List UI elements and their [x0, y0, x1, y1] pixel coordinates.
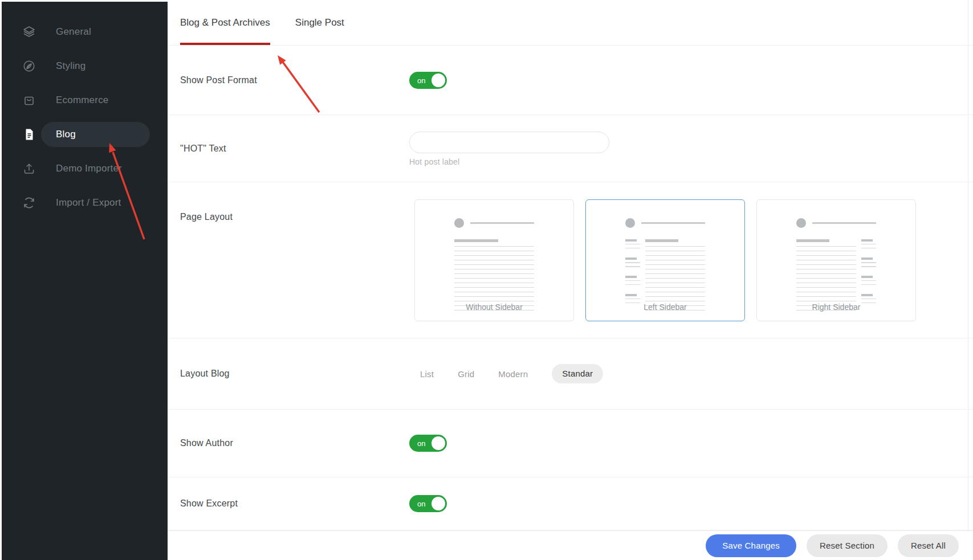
setting-control: on: [409, 72, 973, 89]
layout-card-left-sidebar[interactable]: Left Sidebar: [585, 199, 745, 321]
toggle-knob: [431, 497, 445, 510]
layers-icon: [22, 25, 36, 39]
show-excerpt-toggle[interactable]: on: [409, 495, 447, 512]
sidebar-item-label: General: [56, 26, 91, 38]
page-layout-options: Without Sidebar: [409, 182, 973, 321]
theme-options-panel: General Styling Ecommerce: [0, 0, 973, 560]
setting-row-hot-text: "HOT" Text Hot post label: [168, 115, 973, 182]
hot-text-helper: Hot post label: [409, 157, 973, 166]
setting-control: Hot post label: [409, 130, 973, 166]
avatar-dot: [796, 218, 806, 228]
setting-row-layout-blog: Layout Blog List Grid Modern Standar: [168, 338, 973, 410]
tab-label: Blog & Post Archives: [180, 17, 270, 28]
sidebar-item-general[interactable]: General: [2, 15, 168, 49]
toggle-state-label: on: [417, 500, 425, 508]
setting-label: Layout Blog: [180, 369, 409, 379]
layout-blog-option-modern[interactable]: Modern: [498, 369, 528, 379]
sidebar-item-label: Ecommerce: [56, 95, 109, 106]
toggle-knob: [431, 436, 445, 450]
layout-blog-option-grid[interactable]: Grid: [458, 369, 474, 379]
setting-row-page-layout: Page Layout: [168, 182, 973, 338]
toggle-state-label: on: [417, 439, 425, 448]
sync-icon: [22, 196, 36, 210]
setting-control: List Grid Modern Standar: [409, 364, 973, 383]
action-bar: Save Changes Reset Section Reset All: [168, 530, 973, 560]
reset-all-button[interactable]: Reset All: [898, 534, 959, 557]
layout-card-without-sidebar[interactable]: Without Sidebar: [414, 199, 574, 321]
avatar-dot: [625, 218, 635, 228]
layout-card-caption: Without Sidebar: [415, 303, 573, 312]
setting-label: Show Post Format: [180, 75, 409, 85]
sidebar-item-label: Demo Importer: [56, 163, 122, 174]
setting-row-show-excerpt: Show Excerpt on: [168, 477, 973, 530]
toggle-knob: [431, 73, 445, 87]
scrollbar-gutter: [968, 0, 968, 560]
save-changes-button[interactable]: Save Changes: [706, 534, 796, 557]
setting-control: Without Sidebar: [409, 182, 973, 338]
setting-label: Page Layout: [180, 182, 409, 338]
layout-card-right-sidebar[interactable]: Right Sidebar: [756, 199, 916, 321]
avatar-dot: [454, 218, 464, 228]
setting-label: Show Excerpt: [180, 498, 409, 509]
sidebar-item-label: Blog: [56, 129, 76, 140]
layout-card-caption: Left Sidebar: [586, 303, 744, 312]
reset-section-button[interactable]: Reset Section: [807, 534, 887, 557]
show-post-format-toggle[interactable]: on: [409, 72, 447, 89]
layout-blog-option-list[interactable]: List: [420, 369, 434, 379]
layout-blog-options: List Grid Modern Standar: [409, 364, 603, 383]
tab-blog-post-archives[interactable]: Blog & Post Archives: [180, 0, 270, 45]
sidebar-item-blog[interactable]: Blog: [2, 117, 168, 152]
section-tabs: Blog & Post Archives Single Post: [168, 0, 973, 46]
sidebar-item-ecommerce[interactable]: Ecommerce: [2, 83, 168, 117]
tab-label: Single Post: [295, 17, 344, 28]
sidebar-item-label: Styling: [56, 60, 86, 72]
layout-card-caption: Right Sidebar: [757, 303, 915, 312]
show-author-toggle[interactable]: on: [409, 435, 447, 452]
layout-blog-option-standar[interactable]: Standar: [552, 364, 603, 383]
toggle-state-label: on: [417, 76, 425, 84]
sidebar-nav: General Styling Ecommerce: [2, 2, 168, 220]
sidebar-item-import-export[interactable]: Import / Export: [2, 186, 168, 220]
hot-text-input[interactable]: [409, 132, 609, 153]
setting-control: on: [409, 495, 973, 512]
sidebar-item-demo-importer[interactable]: Demo Importer: [2, 152, 168, 186]
setting-label: "HOT" Text: [180, 144, 409, 154]
upload-icon: [22, 162, 36, 175]
tab-single-post[interactable]: Single Post: [295, 0, 344, 45]
document-icon: [22, 128, 36, 141]
sidebar-item-label: Import / Export: [56, 197, 121, 209]
sidebar-item-styling[interactable]: Styling: [2, 49, 168, 83]
feather-icon: [22, 59, 36, 73]
setting-row-show-author: Show Author on: [168, 410, 973, 477]
shopping-bag-icon: [22, 93, 36, 107]
setting-control: on: [409, 435, 973, 452]
setting-row-show-post-format: Show Post Format on: [168, 46, 973, 115]
sidebar: General Styling Ecommerce: [2, 2, 168, 560]
settings-content: Blog & Post Archives Single Post Show Po…: [168, 0, 973, 560]
setting-label: Show Author: [180, 438, 409, 448]
